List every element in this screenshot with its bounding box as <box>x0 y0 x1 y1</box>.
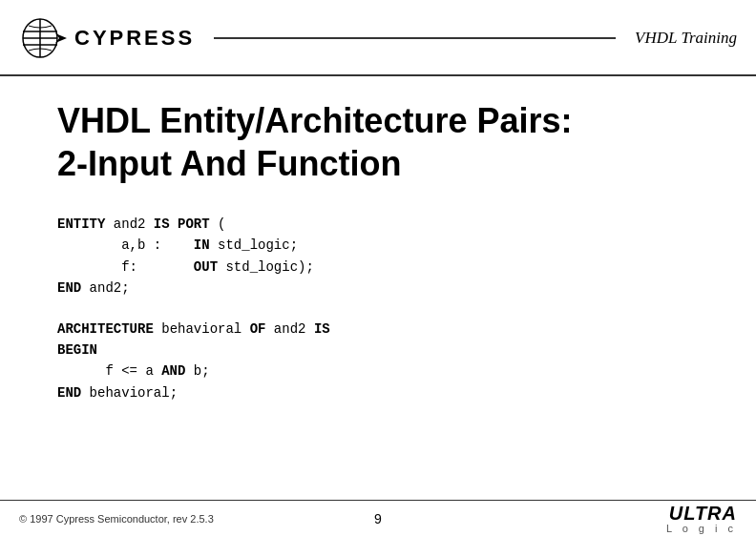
slide-title: VHDL Entity/Architecture Pairs: 2-Input … <box>57 99 699 185</box>
logo-container: CYPRESS <box>19 12 195 64</box>
slide: CYPRESS VHDL Training VHDL Entity/Archit… <box>0 0 756 536</box>
entity-code-block: ENTITY and2 IS PORT ( a,b : IN std_logic… <box>57 214 699 299</box>
logic-text: L o g i c <box>666 523 737 534</box>
header-title: VHDL Training <box>635 29 737 48</box>
logo-text: CYPRESS <box>74 26 195 51</box>
cypress-logo-icon <box>19 12 71 64</box>
arch-code-block: ARCHITECTURE behavioral OF and2 IS BEGIN… <box>57 319 699 404</box>
copyright-text: © 1997 Cypress Semiconductor, rev 2.5.3 <box>19 513 214 525</box>
header: CYPRESS VHDL Training <box>0 0 756 76</box>
header-divider <box>214 37 616 39</box>
footer: © 1997 Cypress Semiconductor, rev 2.5.3 … <box>0 500 756 536</box>
ultra-logic-logo: ULTRA L o g i c <box>666 504 737 534</box>
main-content: VHDL Entity/Architecture Pairs: 2-Input … <box>0 76 756 432</box>
page-number: 9 <box>374 511 382 526</box>
ultra-text: ULTRA <box>669 504 737 523</box>
